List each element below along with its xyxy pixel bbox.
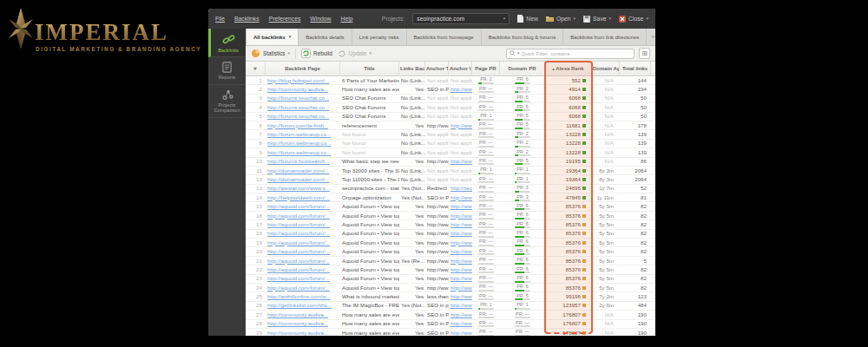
anchor-url-link[interactable]: Not applica...	[450, 149, 472, 155]
open-project-button[interactable]: Open ▾	[546, 16, 575, 23]
menu-file[interactable]: File	[215, 16, 225, 22]
column-header-anchor-url[interactable]: Anchor URL	[449, 62, 472, 76]
column-header-page-pr[interactable]: Page PR	[472, 62, 500, 76]
anchor-url-link[interactable]: Not applica...	[450, 131, 472, 137]
anchor-url-link[interactable]: Not applica...	[450, 95, 472, 101]
backlink-page-link[interactable]: http://forum.webmeup.co...	[267, 149, 331, 155]
column-header-number[interactable]: #	[246, 62, 266, 76]
anchor-url-link[interactable]: Not applica...	[450, 176, 472, 182]
column-header-links-back[interactable]: Links Back	[399, 62, 425, 76]
anchor-url-link[interactable]: http://www.s...	[450, 330, 472, 336]
backlink-page-link[interactable]: http://forums.seochat.co...	[267, 95, 329, 101]
update-button[interactable]: Update ▾	[338, 49, 372, 58]
title-cell: Aquoid Forum • View topic - N...	[340, 274, 399, 283]
anchor-url-link[interactable]: http://www.s...	[450, 213, 472, 219]
backlink-page-link[interactable]: http://aquoid.com/forum/...	[267, 266, 330, 272]
anchor-url-link[interactable]: http://www.s...	[450, 194, 472, 200]
anchor-url-link[interactable]: http://www.s...	[450, 239, 472, 246]
anchor-url-link[interactable]: http://www.s...	[450, 311, 472, 318]
backlink-page-link[interactable]: http://community.audiva...	[267, 86, 328, 92]
tab-link-penalty-risks[interactable]: Link penalty risks	[352, 29, 407, 45]
anchor-url-link[interactable]: http://www.s...	[450, 230, 472, 236]
add-tab-button[interactable]: +	[647, 29, 655, 45]
column-header-domain-age[interactable]: Domain Age	[592, 62, 620, 76]
backlink-page-link[interactable]: http://aquoid.com/forum/...	[267, 230, 330, 236]
backlink-page-link[interactable]: http://aquoid.com/forum/...	[267, 248, 330, 254]
menu-help[interactable]: Help	[341, 16, 353, 22]
sidebar-item-projects-comparison[interactable]: Projects Comparison	[208, 85, 246, 118]
anchor-url-link[interactable]: Not applica...	[450, 167, 472, 174]
links-back-cell: No (Link...	[399, 175, 425, 184]
backlink-page-link[interactable]: http://helpbuildweb.com/...	[267, 194, 330, 200]
menu-preferences[interactable]: Preferences	[269, 16, 301, 22]
column-header-backlink-page[interactable]: Backlink Page	[266, 62, 340, 76]
anchor-url-link[interactable]: http://www.s...	[450, 158, 472, 164]
project-select[interactable]: seoinpractice.com ▾	[412, 13, 510, 24]
row-number: 19	[246, 239, 266, 247]
quick-filter-input[interactable]	[522, 51, 631, 56]
anchor-url-link[interactable]: http://www.s...	[450, 302, 472, 308]
anchor-url-link[interactable]: http://www.s...	[450, 86, 472, 92]
anchor-url-link[interactable]: http://www.s...	[450, 203, 472, 209]
tab-backlinks-from-link-directories[interactable]: Backlinks from link directories	[563, 29, 647, 45]
backlink-page-link[interactable]: http://community.audiva...	[267, 320, 328, 326]
anchor-url-link[interactable]: http://www.s...	[450, 248, 472, 254]
tab-backlinks-details[interactable]: Backlinks details	[299, 29, 352, 45]
backlink-page-link[interactable]: http://aquoid.com/forum/...	[267, 239, 330, 246]
sidebar-item-reports[interactable]: Reports	[208, 57, 246, 84]
tab-backlinks-from-blog-forums[interactable]: Backlinks from blog & forums	[482, 29, 564, 45]
backlink-page-link[interactable]: http://aquoid.com/forum/...	[267, 221, 330, 227]
backlink-page-link[interactable]: http://community.audiva...	[267, 311, 328, 318]
menu-backlinks[interactable]: Backlinks	[234, 16, 260, 22]
edit-columns-button[interactable]: ⊞	[639, 48, 650, 59]
anchor-url-link[interactable]: http://www.s...	[450, 293, 472, 299]
column-header-alexa-rank[interactable]: ▴ Alexa Rank	[545, 62, 592, 76]
anchor-url-link[interactable]: Not applica...	[450, 104, 472, 110]
tab-all-backlinks[interactable]: All backlinks ▾	[246, 29, 299, 45]
anchor-url-link[interactable]: http://www.s...	[450, 266, 472, 272]
anchor-url-link[interactable]: Not applica...	[450, 77, 472, 83]
backlink-page-link[interactable]: http://aquoid.com/forum/...	[267, 258, 330, 264]
backlink-page-link[interactable]: http://domainvader.com/...	[267, 167, 329, 174]
backlink-page-link[interactable]: http://getlinkslist.com/sho...	[267, 302, 332, 308]
anchor-url-link[interactable]: http://www.s...	[450, 320, 472, 326]
menu-window[interactable]: Window	[310, 16, 331, 22]
backlink-page-link[interactable]: http://forums.hostsearch...	[267, 158, 330, 164]
backlink-page-link[interactable]: http://forum.webmeup.co...	[267, 131, 331, 137]
new-project-button[interactable]: New	[517, 15, 538, 23]
row-number: 24	[246, 284, 266, 292]
backlink-page-link[interactable]: http://aquoid.com/forum/...	[267, 275, 330, 281]
anchor-url-link[interactable]: http://www.s...	[450, 258, 472, 264]
statistics-button[interactable]: Statistics ▾	[251, 49, 290, 58]
backlink-page-link[interactable]: http://domainvader.com/...	[267, 176, 329, 182]
anchor-url-link[interactable]: http://www.s...	[450, 221, 472, 227]
anchor-url-link[interactable]: Not applica...	[450, 140, 472, 146]
anchor-url-link[interactable]: http://www.s...	[450, 275, 472, 281]
sidebar-item-backlinks[interactable]: Backlinks	[208, 29, 246, 57]
column-header-anchor-text[interactable]: Anchor Text	[425, 62, 449, 76]
anchor-url-link[interactable]: Not applica...	[450, 113, 472, 119]
backlink-page-link[interactable]: http://forums.seochat.co...	[267, 104, 329, 110]
save-project-button[interactable]: Save ▾	[583, 16, 611, 23]
column-header-domain-pr[interactable]: Domain PR	[500, 62, 545, 76]
backlink-page-link[interactable]: http://aquoid.com/forum/...	[267, 285, 330, 291]
row-number: 18	[246, 229, 266, 238]
anchor-url-link[interactable]: http://www.s...	[450, 122, 472, 128]
domain-pr-cell: PR: 6	[500, 230, 545, 238]
backlink-page-link[interactable]: http://aquoid.com/forum/...	[267, 213, 330, 219]
column-header-total-links[interactable]: Total links	[620, 62, 651, 76]
backlink-page-link[interactable]: http://forum.webmeup.co...	[267, 140, 331, 146]
backlink-page-link[interactable]: http://community.audiva...	[267, 330, 328, 336]
rebuild-button[interactable]: Rebuild	[301, 49, 332, 58]
anchor-url-link[interactable]: http://www.s...	[450, 285, 472, 291]
close-project-button[interactable]: Close ▾	[619, 16, 648, 23]
backlink-page-link[interactable]: http://forums.seochat.co...	[267, 113, 329, 119]
column-header-title[interactable]: Title	[340, 62, 399, 76]
backlink-page-link[interactable]: http://blog.hubspot.com/...	[267, 77, 329, 83]
anchor-url-link[interactable]: http://seoinp...	[450, 185, 472, 191]
backlink-page-link[interactable]: http://anthillonline.com/w...	[267, 293, 331, 299]
backlink-page-link[interactable]: http://forum.joomla-frish...	[267, 122, 328, 128]
tab-backlinks-from-homepage[interactable]: Backlinks from homepage	[407, 29, 482, 45]
backlink-page-link[interactable]: http://aquoid.com/forum/...	[267, 203, 330, 209]
backlink-page-link[interactable]: http://alestat.com/www.s...	[267, 185, 330, 191]
